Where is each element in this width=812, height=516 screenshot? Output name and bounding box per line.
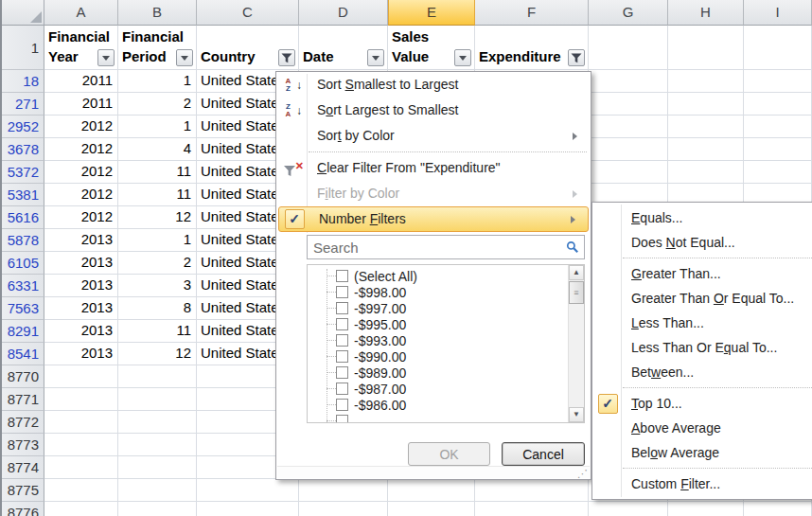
cell[interactable]	[589, 116, 668, 138]
row-header-8775[interactable]: 8775	[2, 479, 44, 502]
search-input[interactable]	[308, 236, 584, 258]
cell[interactable]	[197, 502, 299, 516]
cell[interactable]	[668, 93, 744, 116]
row-header-8772[interactable]: 8772	[2, 411, 44, 434]
cell[interactable]	[118, 388, 197, 411]
filter-value-item[interactable]: -$989.00	[308, 365, 584, 381]
menu-item-filter-by-color[interactable]: Filter by Color	[277, 181, 590, 206]
header-cell-G[interactable]	[589, 26, 668, 70]
scroll-up-button[interactable]: ▲	[569, 265, 584, 280]
cell[interactable]	[44, 388, 118, 411]
menu-item-custom-filter[interactable]: Custom Filter...	[593, 472, 812, 496]
row-header-8770[interactable]: 8770	[2, 365, 44, 388]
checkbox[interactable]	[336, 318, 348, 330]
cell[interactable]	[118, 456, 197, 479]
column-header-E[interactable]: E	[388, 0, 475, 26]
row-header-6105[interactable]: 6105	[2, 252, 44, 275]
cell[interactable]	[589, 502, 668, 516]
cell[interactable]: 2011	[44, 93, 118, 116]
header-cell-E[interactable]: SalesValue	[388, 26, 475, 70]
cell[interactable]: 12	[118, 343, 197, 365]
menu-item-equals[interactable]: Equals...	[593, 205, 812, 230]
row-header-2952[interactable]: 2952	[2, 116, 44, 138]
header-cell-F[interactable]: Expenditure	[475, 26, 589, 70]
cell[interactable]: 2012	[44, 184, 118, 206]
row-header-8541[interactable]: 8541	[2, 343, 44, 365]
row-header-8773[interactable]: 8773	[2, 434, 44, 456]
cell[interactable]	[118, 479, 197, 502]
cell[interactable]: 2012	[44, 206, 118, 229]
column-header-B[interactable]: B	[118, 0, 197, 26]
cell[interactable]	[118, 365, 197, 388]
cell[interactable]: 11	[118, 161, 197, 184]
row-header-8771[interactable]: 8771	[2, 388, 44, 411]
cell[interactable]: 2013	[44, 252, 118, 275]
cell[interactable]	[744, 138, 812, 161]
cell[interactable]	[668, 138, 744, 161]
cell[interactable]	[589, 138, 668, 161]
cell[interactable]: 2013	[44, 343, 118, 365]
header-cell-A[interactable]: FinancialYear	[44, 26, 118, 70]
menu-item-greater-than[interactable]: Greater Than...	[593, 261, 812, 286]
cell[interactable]	[475, 502, 589, 516]
row-header-5381[interactable]: 5381	[2, 184, 44, 206]
cell[interactable]: 1	[118, 70, 197, 93]
header-cell-C[interactable]: Country	[197, 26, 299, 70]
cell[interactable]	[299, 479, 388, 502]
filter-value-item[interactable]: (Select All)	[308, 268, 584, 284]
cell[interactable]	[668, 161, 744, 184]
checkbox[interactable]	[336, 399, 348, 411]
menu-item-below-average[interactable]: Below Average	[593, 440, 812, 465]
cell[interactable]: 11	[118, 184, 197, 206]
filter-funnel-button-C[interactable]	[278, 49, 295, 66]
header-cell-I[interactable]	[744, 26, 812, 70]
menu-item-above-average[interactable]: Above Average	[593, 416, 812, 440]
filter-value-item[interactable]: -$993.00	[308, 332, 584, 348]
row-header-6331[interactable]: 6331	[2, 275, 44, 297]
row-header-8776[interactable]: 8776	[2, 502, 44, 516]
menu-item-number-filters[interactable]: ✓Number Filters	[278, 206, 589, 232]
cell[interactable]	[197, 479, 299, 502]
filter-value-item[interactable]: -$986.00	[308, 397, 584, 413]
cell[interactable]	[388, 502, 475, 516]
row-header-5616[interactable]: 5616	[2, 206, 44, 229]
row-header-3678[interactable]: 3678	[2, 138, 44, 161]
cell[interactable]	[744, 502, 812, 516]
cell[interactable]	[118, 411, 197, 434]
cell[interactable]: 3	[118, 275, 197, 297]
cell[interactable]: 11	[118, 320, 197, 343]
header-cell-B[interactable]: FinancialPeriod	[118, 26, 197, 70]
filter-value-item[interactable]	[308, 413, 584, 423]
cell[interactable]	[44, 411, 118, 434]
menu-item-does-not-equal[interactable]: Does Not Equal...	[593, 230, 812, 255]
cell[interactable]	[44, 479, 118, 502]
cell[interactable]	[44, 434, 118, 456]
row-header-1[interactable]: 1	[2, 26, 44, 70]
cell[interactable]	[668, 116, 744, 138]
filter-value-item[interactable]: -$998.00	[308, 284, 584, 300]
scroll-thumb[interactable]: ≡	[569, 281, 584, 304]
column-header-I[interactable]: I	[744, 0, 812, 26]
menu-item-sort-largest-to-smallest[interactable]: ZA↓Sort Largest to Smallest	[277, 98, 590, 123]
checkbox[interactable]	[336, 383, 348, 395]
cell[interactable]: 2013	[44, 320, 118, 343]
menu-item-sort-smallest-to-largest[interactable]: AZ↓Sort Smallest to Largest	[277, 72, 590, 98]
checkbox[interactable]	[336, 366, 348, 379]
cell[interactable]: 12	[118, 206, 197, 229]
cell[interactable]	[388, 479, 475, 502]
filter-value-item[interactable]: -$990.00	[308, 348, 584, 365]
cell[interactable]: 2012	[44, 138, 118, 161]
checkbox[interactable]	[336, 415, 348, 423]
cell[interactable]: 8	[118, 297, 197, 320]
column-header-G[interactable]: G	[589, 0, 668, 26]
select-all-corner[interactable]	[2, 0, 44, 26]
row-header-271[interactable]: 271	[2, 93, 44, 116]
row-header-5372[interactable]: 5372	[2, 161, 44, 184]
cell[interactable]	[118, 434, 197, 456]
menu-item-greater-than-or-equal-to[interactable]: Greater Than Or Equal To...	[593, 286, 812, 311]
cell[interactable]: 2013	[44, 229, 118, 252]
checkbox[interactable]	[336, 334, 348, 347]
resize-grip-icon[interactable]: ⋰	[577, 469, 588, 479]
column-header-D[interactable]: D	[299, 0, 388, 26]
cell[interactable]: 2011	[44, 70, 118, 93]
